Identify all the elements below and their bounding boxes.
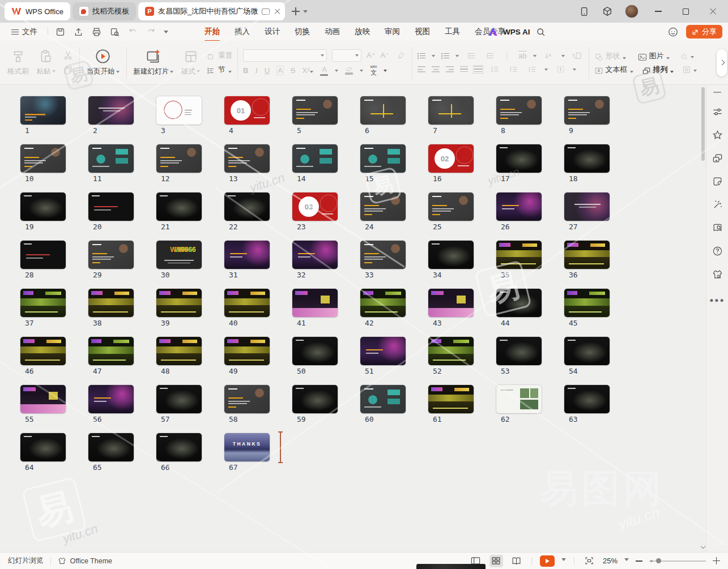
bold-button[interactable]: B [243, 66, 248, 75]
save-icon[interactable] [55, 27, 65, 37]
slide-thumbnail[interactable] [224, 385, 270, 413]
slide-thumbnail[interactable] [20, 433, 66, 461]
textbox-button[interactable]: A 文本框 [594, 65, 633, 75]
highlight-dropdown-icon[interactable] [360, 70, 363, 74]
slide-layout-button[interactable]: 版式 [177, 45, 204, 81]
reset-slide-button[interactable]: 重置 [206, 51, 232, 61]
slide-thumbnail[interactable] [292, 289, 338, 317]
phonetic-guide-button[interactable]: wén 文 [370, 65, 377, 76]
line-spacing-down-icon[interactable] [507, 65, 520, 75]
share-button[interactable]: 分享 [686, 25, 722, 38]
character-spacing-button[interactable]: ab [518, 52, 526, 60]
find-in-document-icon[interactable] [712, 222, 723, 233]
slide-thumbnail[interactable] [496, 289, 542, 317]
distribute-text-icon[interactable] [474, 66, 482, 72]
slide-thumbnail[interactable] [20, 385, 66, 413]
align-right-icon[interactable] [446, 66, 454, 72]
slide-thumbnail[interactable] [224, 337, 270, 365]
slide-thumbnail[interactable] [564, 289, 610, 317]
italic-button[interactable]: I [255, 66, 257, 75]
user-avatar[interactable] [625, 5, 638, 18]
align-left-icon[interactable] [418, 66, 425, 72]
slide-thumbnail[interactable] [496, 385, 542, 413]
slide-thumbnail[interactable] [224, 289, 270, 317]
line-spacing-icon[interactable] [526, 65, 538, 75]
play-options-dropdown-icon[interactable] [561, 558, 566, 563]
slide-thumbnail[interactable] [428, 192, 474, 221]
magic-wand-icon[interactable] [712, 199, 723, 210]
slide-thumbnail[interactable]: W966 [156, 241, 202, 269]
slide-thumbnail[interactable] [360, 192, 406, 221]
skin-theme-icon[interactable] [712, 268, 723, 280]
mobile-view-icon[interactable] [580, 6, 590, 16]
menu-tab[interactable]: 放映 [350, 24, 375, 40]
new-tab-button[interactable] [292, 7, 300, 15]
slide-thumbnail[interactable] [360, 385, 406, 413]
slide-thumbnail[interactable]: 03 [292, 192, 338, 221]
undo-icon[interactable] [127, 27, 138, 37]
format-painter-button[interactable]: 格式刷 [3, 45, 33, 81]
slide-thumbnail[interactable] [428, 241, 474, 269]
cut-icon[interactable] [62, 50, 74, 61]
minimize-button[interactable] [651, 4, 666, 19]
transition-shapes-icon[interactable] [712, 152, 723, 164]
quickbar-dropdown-icon[interactable] [164, 31, 168, 36]
decrease-indent-icon[interactable] [465, 51, 478, 61]
increase-indent-icon[interactable] [484, 51, 496, 61]
new-slide-button[interactable]: 新建幻灯片 [130, 45, 178, 81]
more-tools-icon[interactable]: ●●● [709, 296, 725, 304]
slide-thumbnail[interactable] [156, 433, 202, 461]
align-justify-icon[interactable] [460, 66, 468, 72]
slide-thumbnail[interactable] [360, 96, 406, 125]
effects-star-icon[interactable] [712, 129, 723, 140]
font-name-select[interactable] [243, 49, 327, 62]
slide-thumbnail[interactable] [88, 289, 134, 317]
slide-thumbnail[interactable]: 02 [428, 144, 474, 173]
slide-thumbnail[interactable] [564, 96, 610, 125]
paragraph-settings-icon[interactable] [554, 65, 567, 75]
slide-thumbnail[interactable] [156, 96, 202, 125]
scrollbar-thumb[interactable] [701, 87, 705, 161]
slide-thumbnail[interactable] [496, 96, 542, 125]
slide-thumbnail[interactable] [564, 385, 610, 413]
slide-thumbnail[interactable] [564, 337, 610, 365]
bullet-list-icon[interactable] [418, 53, 425, 59]
zoom-in-button[interactable] [713, 557, 720, 564]
align-center-icon[interactable] [432, 66, 440, 72]
strikethrough-button[interactable]: S [291, 66, 296, 75]
slide-thumbnail[interactable] [88, 241, 134, 269]
vertical-scrollbar[interactable] [700, 85, 706, 552]
superscript-button[interactable]: X² [302, 66, 313, 75]
clear-format-icon[interactable] [394, 50, 407, 61]
slide-thumbnail[interactable] [20, 241, 66, 269]
slide-thumbnail[interactable] [20, 289, 66, 317]
font-color-button[interactable]: A [320, 65, 328, 76]
slide-thumbnail[interactable] [496, 337, 542, 365]
tab-presentation-document[interactable]: P 友昌国际_沈阳中街吾悦广场微 [138, 2, 285, 20]
zoom-slider[interactable] [649, 561, 706, 562]
menu-tab[interactable]: 审阅 [380, 24, 405, 40]
tab-docer-templates[interactable]: 找稻壳模板 [73, 2, 136, 20]
reading-view-icon[interactable] [510, 555, 523, 567]
section-button[interactable]: 节 [206, 65, 232, 75]
menu-tab[interactable]: 插入 [229, 24, 255, 40]
slide-thumbnail[interactable] [496, 241, 542, 269]
slide-thumbnail[interactable] [292, 241, 338, 269]
arrange-button[interactable]: 排列 [642, 65, 674, 75]
maximize-button[interactable] [678, 4, 693, 19]
slide-thumbnail[interactable] [564, 144, 610, 173]
slide-thumbnail[interactable] [88, 433, 134, 461]
slide-thumbnail[interactable] [564, 192, 610, 221]
phonetic-dropdown-icon[interactable] [384, 70, 387, 74]
slide-thumbnail[interactable] [428, 289, 474, 317]
slide-thumbnail[interactable] [360, 337, 406, 365]
rail-collapse-handle[interactable] [713, 92, 721, 93]
menu-tab[interactable]: 动画 [320, 24, 345, 40]
font-color-dropdown-icon[interactable] [335, 70, 338, 74]
zoom-out-button[interactable] [636, 561, 642, 562]
slide-thumbnail[interactable] [156, 385, 202, 413]
shapes-button[interactable]: 形状 [594, 51, 626, 61]
ribbon-expand-button[interactable] [717, 49, 727, 76]
slide-thumbnail[interactable] [20, 192, 66, 221]
zoom-dropdown-icon[interactable] [624, 558, 629, 563]
